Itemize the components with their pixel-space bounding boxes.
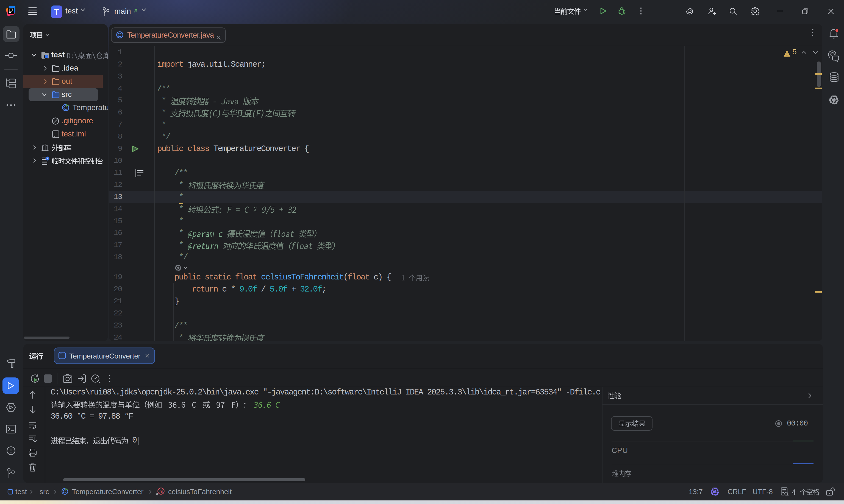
svg-text:T: T (54, 8, 59, 16)
svg-text:m: m (159, 489, 163, 494)
